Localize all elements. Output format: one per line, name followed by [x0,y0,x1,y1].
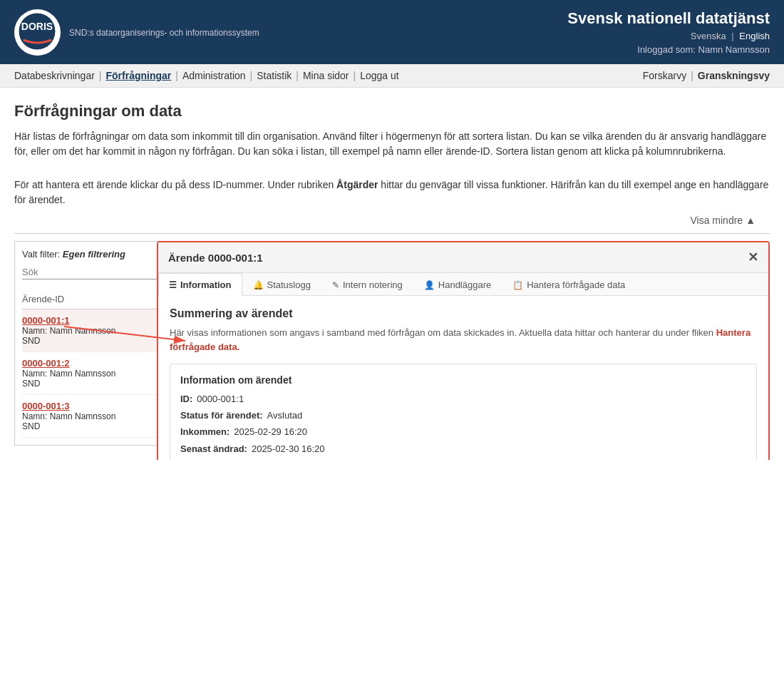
nav-mina-sidor[interactable]: Mina sidor [303,70,349,81]
modal-body: Summering av ärendet Här visas informati… [158,296,768,460]
logo-subtitle: SND:s dataorganiserings- och information… [69,28,259,38]
page-title: Förfrågningar om data [14,102,770,120]
filter-name: Egen filtrering [63,249,125,260]
row-org-2: SND [22,379,115,389]
row-name-1: Namn: Namn Namnsson [22,326,115,336]
description-1: Här listas de förfrågningar om data som … [14,129,770,159]
nav-right: Forskarvy | Granskningsvy [643,70,770,81]
col-id-header[interactable]: Ärende-ID [22,294,115,304]
show-less-button[interactable]: Visa mindre ▲ [690,215,755,226]
lang-svenska[interactable]: Svenska [691,31,726,41]
tab-intern-notering[interactable]: ✎ Intern notering [321,273,413,296]
doris-logo-icon: DORIS [18,10,57,53]
nav-forfragningar[interactable]: Förfrågningar [105,70,171,81]
tab-information[interactable]: ☰ Information [158,273,242,296]
nav-statistik[interactable]: Statistik [257,70,292,81]
row-id-2[interactable]: 0000-001:2 [22,358,115,369]
nav-granskningsvy[interactable]: Granskningsvy [698,70,770,81]
tab-statuslogg[interactable]: 🔔 Statuslogg [242,273,321,296]
nav-forskarvy[interactable]: Forskarvy [643,70,686,81]
row-org-3: SND [22,421,115,431]
filter-table-area: Valt filter: Egen filtrering Ärende-ID S… [14,241,770,446]
row-name-2: Namn: Namn Namnsson [22,369,115,379]
tab-hantera-data[interactable]: 📋 Hantera förfrågade data [502,273,636,296]
info-row-status: Status för ärendet: Avslutad [180,409,746,422]
handlaggare-icon: 👤 [424,280,435,290]
nav-left: Databeskrivningar | Förfrågningar | Admi… [14,70,399,81]
summary-intro: Här visas informationen som angavs i sam… [170,326,757,354]
site-title: Svensk nationell datatjänst [567,9,770,28]
nav-databeskrivningar[interactable]: Databeskrivningar [14,70,95,81]
header: DORIS SND:s dataorganiserings- och infor… [0,0,784,64]
modal-header: Ärende 0000-001:1 ✕ [158,242,768,273]
svg-text:DORIS: DORIS [21,21,53,32]
info-row-mottagare: Mottagare av förfrågan: SND [180,459,746,460]
info-box-1: Information om ärendet ID: 0000-001:1 St… [170,364,757,460]
chevron-up-icon: ▲ [746,215,755,226]
logged-in-label: Inloggad som: Namn Namnsson [567,44,770,55]
tab-handlaggare[interactable]: 👤 Handläggare [413,273,502,296]
info-row-inkommen: Inkommen: 2025-02-29 16:20 [180,426,746,438]
modal-tabs: ☰ Information 🔔 Statuslogg ✎ Intern note… [158,273,768,296]
info-row-id: ID: 0000-001:1 [180,393,746,406]
modal-panel: Ärende 0000-001:1 ✕ ☰ Information 🔔 Stat… [157,241,770,460]
summary-heading: Summering av ärendet [170,307,757,320]
divider [14,233,770,234]
nav-administration[interactable]: Administration [182,70,246,81]
description-2: För att hantera ett ärende klickar du på… [14,178,770,207]
row-id-3[interactable]: 0000-001:3 [22,401,115,411]
atgarder-bold: Åtgärder [336,179,378,190]
info-row-andrad: Senast ändrad: 2025-02-30 16:20 [180,443,746,456]
modal-close-button[interactable]: ✕ [748,250,758,265]
modal-title: Ärende 0000-001:1 [168,252,263,264]
info-box-1-title: Information om ärendet [180,374,746,386]
nav-bar: Databeskrivningar | Förfrågningar | Admi… [0,64,784,88]
header-right: Svensk nationell datatjänst Svenska | En… [567,9,770,55]
hantera-icon: 📋 [512,280,523,290]
lang-english[interactable]: English [739,31,770,41]
lang-bar: Svenska | English [567,31,770,41]
logo-circle: DORIS [14,9,61,56]
logo-area: DORIS SND:s dataorganiserings- och infor… [14,9,259,56]
statuslogg-icon: 🔔 [253,280,264,290]
notering-icon: ✎ [332,280,339,290]
nav-logga-ut[interactable]: Logga ut [360,70,399,81]
logged-in-user: Namn Namnsson [698,44,770,55]
row-org-1: SND [22,336,115,346]
row-id-1[interactable]: 0000-001:1 [22,315,115,326]
show-less-bar: Visa mindre ▲ [14,215,770,226]
main-content: Förfrågningar om data Här listas de förf… [0,88,784,460]
row-name-3: Namn: Namn Namnsson [22,411,115,421]
information-icon: ☰ [169,280,177,290]
